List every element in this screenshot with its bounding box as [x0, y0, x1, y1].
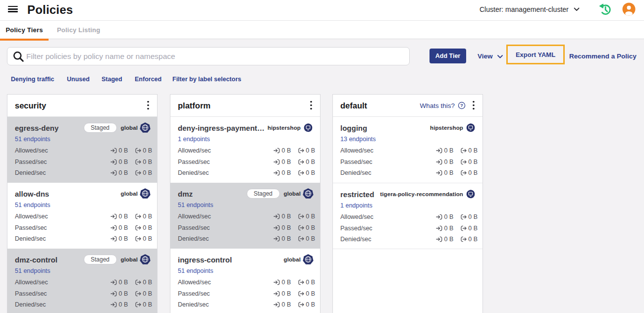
svg-text:?: ?: [460, 103, 463, 108]
